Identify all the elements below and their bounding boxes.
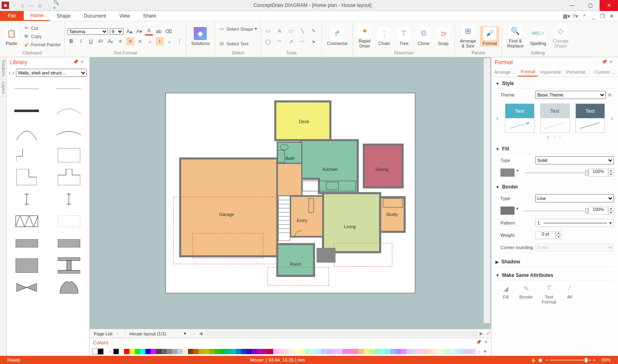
page-right-icon[interactable]: › [191,331,197,336]
align-top-button[interactable]: ⫠ [146,37,154,45]
color-swatch[interactable] [199,349,204,354]
color-swatch[interactable] [263,349,268,354]
page-left-icon[interactable]: ‹ [114,331,121,336]
color-swatch[interactable] [390,349,396,354]
theme-card[interactable]: Text [540,103,570,133]
library-shape[interactable] [51,81,87,97]
library-shape[interactable] [9,258,45,273]
font-family-select[interactable]: Tahoma [67,28,108,35]
color-swatch[interactable] [364,349,369,354]
color-swatch[interactable] [156,349,161,354]
align-left-button[interactable]: ≡ [116,37,125,45]
fill-opacity-input[interactable]: 100% [589,169,608,177]
oval-tool-icon[interactable]: ◯ [263,37,272,46]
color-swatch[interactable] [119,349,124,354]
color-swatch[interactable] [204,349,209,354]
tab-view[interactable]: View [113,11,136,21]
clone-button[interactable]: ⧉Clone [414,26,432,47]
library-shape[interactable] [9,191,45,207]
curve-tool-icon[interactable]: 〰 [298,37,307,46]
help-icon[interactable]: ?▾ [572,13,579,19]
color-swatch[interactable] [310,349,316,354]
make-same-text[interactable]: TText Format [542,284,556,304]
color-swatch[interactable] [332,349,337,354]
solutions-side-tab[interactable]: Solutions [0,57,6,79]
color-swatch[interactable] [454,349,460,354]
close-button[interactable]: ✕ [600,0,618,11]
tree-button[interactable]: ⊤Tree [395,26,413,47]
theme-prev-icon[interactable]: ‹ [495,115,500,121]
pin-icon[interactable]: 📌 [73,59,79,65]
snap-button[interactable]: ⊃Snap [434,26,452,47]
color-swatch[interactable] [300,349,305,354]
library-shape[interactable] [51,169,87,185]
theme-card[interactable]: Text [505,103,534,133]
color-swatch[interactable] [374,349,380,354]
gear-icon[interactable]: ⚙ [606,92,614,98]
spelling-button[interactable]: ABC✓Spelling [528,26,549,47]
library-shape[interactable] [9,81,45,97]
pin-icon[interactable]: 📌 [476,339,482,346]
subtab-presentation[interactable]: Presentat… [563,67,592,76]
theme-next-icon[interactable]: › [609,115,615,121]
child-restore-icon[interactable]: ❐ [599,13,606,19]
page-list-button[interactable]: Page List ‹ [90,329,125,338]
color-swatch[interactable] [273,349,278,354]
palette-menu-icon[interactable]: ▾ [482,349,489,354]
library-shape[interactable] [51,147,87,163]
subtab-hypernote[interactable]: Hypernote [538,67,564,76]
align-bottom-button[interactable]: ⫠ [165,37,174,45]
arrange-size-button[interactable]: ⊞Arrange & Size [457,24,478,49]
format-painter-button[interactable]: 🖌Format Painter [22,41,62,48]
color-swatch[interactable] [316,349,321,354]
color-swatch[interactable] [231,349,236,354]
collapse-icon[interactable]: ▼ [496,273,500,278]
make-same-all[interactable]: ⁄All [565,284,574,304]
make-same-fill[interactable]: ◢Fill [501,284,510,304]
color-swatch[interactable] [396,349,401,354]
color-swatch[interactable] [294,349,300,354]
color-swatch[interactable] [353,349,358,354]
color-swatch[interactable] [247,349,252,354]
color-swatch[interactable] [289,349,294,354]
font-color-icon[interactable]: A [145,27,153,36]
pointer-tool-icon[interactable]: ➤ [309,37,318,46]
color-swatch[interactable] [380,349,385,354]
library-shape[interactable] [9,213,45,229]
pin-icon[interactable]: 📌 [602,59,607,65]
subtab-format[interactable]: Format [518,67,537,76]
shrink-font-icon[interactable]: A▾ [135,27,143,36]
color-swatch[interactable] [257,349,263,354]
char-format-icon[interactable]: ab [155,27,163,36]
weight-input[interactable]: 0 pt [535,231,556,239]
library-shape[interactable] [51,258,87,273]
collapse-icon[interactable]: ▼ [496,185,500,189]
color-swatch[interactable] [433,349,438,354]
find-replace-button[interactable]: 🔍Find & Replace [505,24,526,49]
paste-button[interactable]: 📋 Paste [2,26,20,47]
bold-button[interactable]: B [67,37,75,45]
fill-color-button[interactable]: ▾ [500,169,520,177]
color-swatch[interactable] [422,349,428,354]
theme-select[interactable]: Basic Theme [535,91,606,99]
library-shape[interactable] [9,147,45,163]
library-shape[interactable] [51,125,87,141]
color-swatch[interactable] [305,349,310,354]
text-tool-icon[interactable]: A [275,27,284,36]
border-spinner[interactable]: ▲▼ [608,207,614,215]
zoom-slider[interactable] [550,360,591,361]
italic-button[interactable]: I [77,37,85,45]
expand-icon[interactable]: ⤢ [484,331,491,336]
color-swatch[interactable] [167,349,172,354]
zoom-value[interactable]: 89% [598,357,615,362]
rapid-draw-button[interactable]: ✦Rapid Draw [355,24,374,49]
tab-shape[interactable]: Shape [50,11,77,21]
child-minimize-icon[interactable]: _ [590,13,597,19]
change-shape-button[interactable]: ◇Change Shape [550,24,571,49]
palette-left-icon[interactable]: ‹ [107,349,113,354]
close-colors-icon[interactable]: ✕ [484,339,488,346]
color-swatch[interactable] [358,349,364,354]
format-panel-button[interactable]: 🖌Format [480,26,499,47]
border-opacity-slider[interactable] [524,210,589,211]
color-swatch[interactable] [209,349,215,354]
